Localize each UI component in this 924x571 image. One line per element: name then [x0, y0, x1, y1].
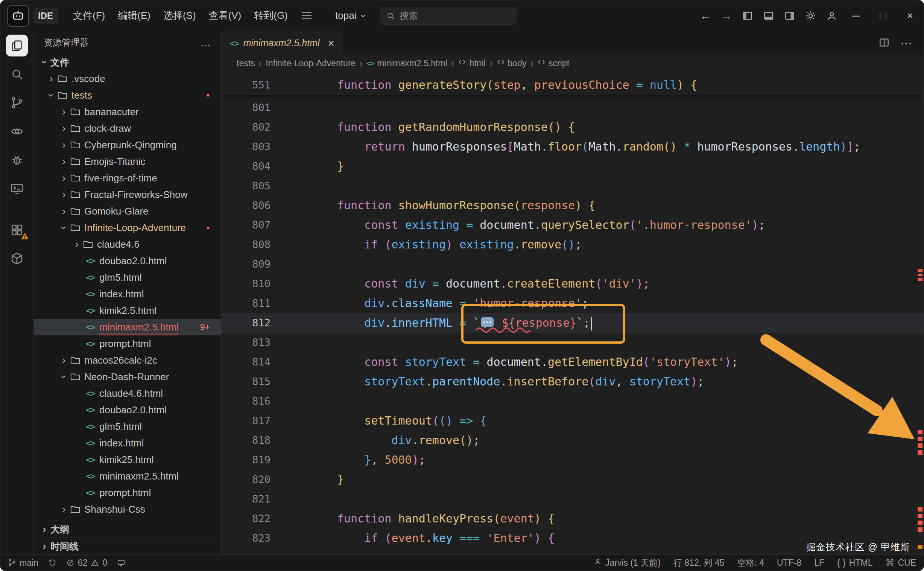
timeline-section-header[interactable]: › 时间线 [34, 537, 221, 554]
line-number[interactable]: 819 [222, 450, 271, 470]
account-icon[interactable] [821, 5, 842, 26]
tree-item-claude4.6.html[interactable]: ›<>claude4.6.html [34, 385, 221, 401]
tree-item-Fractal-Fireworks-Show[interactable]: ›Fractal-Fireworks-Show [34, 186, 221, 203]
line-number[interactable]: 813 [222, 333, 271, 352]
tree-item-Cyberpunk-Qingming[interactable]: ›Cyberpunk-Qingming [34, 137, 221, 153]
toggle-panel-icon[interactable] [758, 5, 779, 26]
code-line-812[interactable]: 812 div.innerHTML = ` ${response}`; [222, 313, 924, 333]
close-button[interactable]: × [896, 0, 924, 31]
more-editor-actions-icon[interactable]: ⋯ [900, 36, 913, 51]
statusbar-item[interactable]: { }HTML [837, 557, 872, 568]
statusbar-item[interactable]: 空格: 4 [738, 557, 764, 569]
menu-item[interactable]: 选择(S) [157, 5, 202, 26]
toggle-sidebar-icon[interactable] [737, 5, 758, 26]
code-line-807[interactable]: 807 const existing = document.querySelec… [222, 215, 924, 235]
code-line-816[interactable]: 816 [222, 392, 924, 411]
statusbar-item[interactable]: UTF-8 [777, 558, 801, 568]
sync-changes-button[interactable] [48, 559, 57, 567]
line-number[interactable]: 814 [222, 352, 271, 372]
nav-back-button[interactable]: ← [695, 5, 716, 26]
tree-item-tests[interactable]: ›tests● [34, 87, 221, 103]
code-line-805[interactable]: 805 [222, 176, 924, 196]
code-line-814[interactable]: 814 const storyText = document.getElemen… [222, 352, 924, 372]
code-line-819[interactable]: 819 }, 5000); [222, 450, 924, 470]
code-line-818[interactable]: 818 div.remove(); [222, 431, 924, 450]
nav-forward-button[interactable]: → [716, 5, 737, 26]
sidebar-more-actions-button[interactable]: … [200, 37, 211, 49]
line-number[interactable]: 803 [222, 137, 271, 157]
tree-item-Gomoku-Glare[interactable]: ›Gomoku-Glare [34, 203, 221, 219]
breadcrumb-item-html[interactable]: html [458, 58, 485, 68]
more-menus-button[interactable] [298, 7, 315, 25]
line-number[interactable]: 821 [222, 489, 271, 509]
line-number[interactable]: 815 [222, 372, 271, 392]
line-number[interactable]: 802 [222, 117, 271, 137]
source-control-icon[interactable] [0, 88, 34, 117]
minimize-button[interactable]: ─ [842, 0, 869, 31]
code-line-801[interactable]: 801 [222, 98, 924, 117]
preview-icon[interactable] [0, 117, 34, 146]
search-icon[interactable] [0, 60, 34, 88]
line-number[interactable]: 810 [222, 274, 271, 293]
line-number[interactable]: 818 [222, 431, 271, 450]
line-number[interactable]: 823 [222, 528, 271, 548]
branch-indicator[interactable]: main [8, 558, 38, 568]
outline-section-header[interactable]: › 大纲 [34, 520, 221, 537]
files-section-header[interactable]: › 文件 [34, 54, 221, 70]
code-line-802[interactable]: 802function getRandomHumorResponse() { [222, 117, 924, 137]
tab-minimaxm2.5.html[interactable]: <> minimaxm2.5.html × [222, 31, 343, 55]
code-line-817[interactable]: 817 setTimeout(() => { [222, 411, 924, 431]
code-line-815[interactable]: 815 storyText.parentNode.insertBefore(di… [222, 372, 924, 392]
line-number[interactable]: 817 [222, 411, 271, 431]
line-number[interactable]: 805 [222, 176, 271, 196]
tree-item-kimik2.5.html[interactable]: ›<>kimik2.5.html [34, 302, 221, 319]
code-line-803[interactable]: 803 return humorResponses[Math.floor(Mat… [222, 137, 924, 157]
line-number[interactable]: 816 [222, 392, 271, 411]
code-line-813[interactable]: 813 [222, 333, 924, 352]
line-number[interactable]: 820 [222, 470, 271, 489]
breadcrumb-item-body[interactable]: body [497, 58, 527, 68]
code-line-551[interactable]: 551function generateStory(step, previous… [222, 75, 924, 95]
tree-item-prompt.html[interactable]: ›<>prompt.html [34, 335, 221, 352]
tree-item-glm5.html[interactable]: ›<>glm5.html [34, 269, 221, 286]
global-search[interactable]: 搜索 [380, 7, 517, 25]
statusbar-item[interactable]: LF [814, 558, 824, 568]
tree-item-five-rings-of-time[interactable]: ›five-rings-of-time [34, 170, 221, 186]
explorer-icon[interactable] [0, 31, 34, 60]
code-line-808[interactable]: 808 if (existing) existing.remove(); [222, 235, 924, 255]
console-icon[interactable] [0, 174, 34, 203]
menu-item[interactable]: 编辑(E) [111, 5, 157, 26]
project-selector[interactable]: topai [335, 10, 367, 22]
settings-gear-icon[interactable] [800, 5, 821, 26]
line-number[interactable]: 811 [222, 293, 271, 313]
tree-item-.vscode[interactable]: ›.vscode [34, 70, 221, 87]
code-line-809[interactable]: 809 [222, 255, 924, 274]
code-line-822[interactable]: 822function handleKeyPress(event) { [222, 509, 924, 528]
code-line-806[interactable]: 806function showHumorResponse(response) … [222, 196, 924, 215]
tree-item-bananacuter[interactable]: ›bananacuter [34, 103, 221, 120]
tree-item-claude4.6[interactable]: ›claude4.6 [34, 236, 221, 253]
app-logo-robot-icon[interactable] [7, 5, 29, 27]
tree-item-macos26calc-i2c[interactable]: ›macos26calc-i2c [34, 352, 221, 369]
tree-item-doubao2.0.html[interactable]: ›<>doubao2.0.html [34, 401, 221, 418]
statusbar-item[interactable]: 行 812, 列 45 [673, 557, 725, 569]
code-editor[interactable]: 551function generateStory(step, previous… [222, 71, 924, 554]
tree-item-Neon-Dash-Runner[interactable]: ›Neon-Dash-Runner [34, 369, 221, 385]
line-number[interactable]: 801 [222, 98, 271, 117]
breadcrumb-item-tests[interactable]: tests [237, 58, 255, 68]
split-editor-icon[interactable] [878, 37, 890, 50]
menu-item[interactable]: 转到(G) [248, 5, 294, 26]
problems-indicator[interactable]: 62 0 [66, 558, 107, 568]
extensions-icon[interactable] [0, 216, 34, 244]
tree-item-minimaxm2.5.html[interactable]: ›<>minimaxm2.5.html9+ [34, 319, 221, 335]
tree-item-Infinite-Loop-Adventure[interactable]: ›Infinite-Loop-Adventure● [34, 219, 221, 236]
tree-item-minimaxm2.5.html[interactable]: ›<>minimaxm2.5.html [34, 468, 221, 485]
line-number[interactable]: 806 [222, 196, 271, 215]
statusbar-item[interactable]: ⌘CUE [885, 557, 916, 568]
line-number[interactable]: 808 [222, 235, 271, 255]
line-number[interactable]: 822 [222, 509, 271, 528]
feedback-button[interactable] [117, 559, 125, 567]
tree-item-index.html[interactable]: ›<>index.html [34, 435, 221, 451]
breadcrumb-item-minimaxm2.5.html[interactable]: <>minimaxm2.5.html [367, 58, 447, 68]
line-number[interactable]: 812 [222, 313, 271, 333]
